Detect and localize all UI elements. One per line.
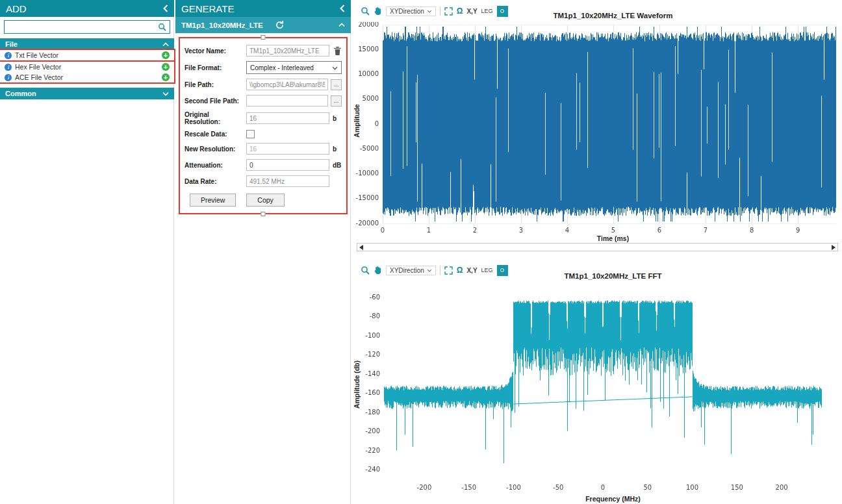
second-file-path-label: Second File Path: bbox=[185, 97, 246, 105]
file-section-label: File bbox=[5, 40, 18, 48]
add-icon[interactable]: + bbox=[162, 73, 170, 81]
common-section-header[interactable]: Common bbox=[0, 88, 174, 99]
txt-vector-highlight-box: i Txt File Vector + bbox=[0, 50, 174, 60]
data-rate-field[interactable] bbox=[246, 175, 329, 187]
generate-form-highlight-box: Vector Name: File Format: Complex - Inte… bbox=[179, 37, 348, 214]
scroll-right-icon[interactable] bbox=[832, 245, 836, 250]
original-resolution-row: Original Resolution: b bbox=[185, 111, 342, 125]
new-resolution-row: New Resolution: b bbox=[185, 143, 342, 155]
chevron-up-icon[interactable] bbox=[338, 23, 345, 27]
pan-hand-icon[interactable] bbox=[374, 266, 382, 275]
add-panel: ADD File i Txt File Vector + bbox=[0, 0, 174, 504]
copy-button[interactable]: Copy bbox=[246, 194, 285, 207]
scroll-left-icon[interactable] bbox=[359, 245, 363, 250]
new-resolution-label: New Resolution: bbox=[185, 145, 246, 153]
data-rate-row: Data Rate: bbox=[185, 175, 342, 187]
collapse-left-icon[interactable] bbox=[340, 3, 345, 14]
file-format-label: File Format: bbox=[185, 64, 246, 71]
fft-plot[interactable] bbox=[354, 283, 840, 495]
other-vectors-highlight-box: i Hex File Vector + i ACE File Vector + bbox=[0, 62, 174, 82]
original-resolution-unit: b bbox=[333, 115, 342, 122]
info-icon[interactable]: i bbox=[5, 74, 12, 81]
waveform-tool-window: ADD File i Txt File Vector + bbox=[0, 0, 842, 504]
info-icon[interactable]: i bbox=[5, 64, 12, 71]
file-section-header[interactable]: File bbox=[0, 38, 174, 50]
collapse-left-icon[interactable] bbox=[163, 3, 168, 14]
selection-handle-bottom[interactable] bbox=[261, 212, 266, 216]
search-input[interactable] bbox=[4, 20, 170, 34]
file-path-label: File Path: bbox=[185, 81, 246, 88]
delete-vector-button[interactable] bbox=[333, 46, 342, 55]
list-item-hex-file-vector[interactable]: i Hex File Vector + bbox=[0, 62, 174, 72]
vector-type-label: Hex File Vector bbox=[15, 63, 61, 71]
chevron-down-icon bbox=[162, 90, 169, 97]
new-resolution-field[interactable] bbox=[246, 143, 329, 155]
waveform-chart-title: TM1p1_10x20MHz_LTE Waveform bbox=[390, 12, 836, 19]
waveform-x-axis-label: Time (ms) bbox=[390, 234, 836, 242]
file-format-row: File Format: Complex - Interleaved bbox=[185, 61, 342, 74]
data-rate-label: Data Rate: bbox=[185, 178, 246, 185]
attenuation-row: Attenuation: dB bbox=[185, 159, 342, 171]
attenuation-label: Attenuation: bbox=[185, 162, 246, 169]
list-item-txt-file-vector[interactable]: i Txt File Vector + bbox=[0, 50, 174, 60]
add-panel-title: ADD bbox=[6, 3, 27, 14]
attenuation-unit: dB bbox=[333, 162, 342, 169]
browse-second-file-button[interactable]: ... bbox=[331, 95, 342, 107]
generate-panel-title: GENERATE bbox=[181, 3, 234, 14]
file-path-row: File Path: ... bbox=[185, 79, 342, 90]
waveform-scrollbar[interactable] bbox=[357, 243, 838, 251]
vector-type-label: ACE File Vector bbox=[15, 73, 63, 81]
common-section-label: Common bbox=[5, 90, 36, 97]
search-icon[interactable] bbox=[158, 23, 166, 32]
vector-tab-bar[interactable]: TM1p1_10x20MHz_LTE bbox=[175, 17, 351, 33]
waveform-plot[interactable] bbox=[354, 22, 840, 236]
vector-tab-label: TM1p1_10x20MHz_LTE bbox=[181, 21, 263, 29]
fft-chart-title: TM1p1_10x20MHz_LTE FFT bbox=[390, 272, 836, 280]
form-buttons: Preview Copy bbox=[185, 194, 342, 207]
search-area bbox=[0, 17, 174, 38]
zoom-icon[interactable] bbox=[361, 266, 370, 275]
new-resolution-unit: b bbox=[333, 145, 342, 153]
fft-x-axis-label: Frequency (MHz) bbox=[390, 495, 836, 503]
chevron-up-icon bbox=[162, 40, 169, 48]
generate-panel-header: GENERATE bbox=[175, 0, 351, 17]
rescale-data-row: Rescale Data: bbox=[185, 130, 342, 138]
chevron-down-icon bbox=[332, 64, 338, 71]
rescale-data-checkbox[interactable] bbox=[246, 130, 255, 138]
file-format-dropdown[interactable]: Complex - Interleaved bbox=[246, 61, 342, 74]
second-file-path-field[interactable] bbox=[246, 95, 328, 107]
refresh-icon[interactable] bbox=[275, 20, 285, 30]
original-resolution-field[interactable] bbox=[246, 112, 329, 124]
rescale-data-label: Rescale Data: bbox=[185, 131, 246, 138]
list-item-ace-file-vector[interactable]: i ACE File Vector + bbox=[0, 72, 174, 82]
vector-name-field[interactable] bbox=[246, 45, 329, 57]
charts-area: XYDirection Ω X,Y LEG TM1p1_10x20MHz_LTE… bbox=[351, 0, 842, 504]
info-icon[interactable]: i bbox=[5, 52, 12, 59]
original-resolution-label: Original Resolution: bbox=[185, 111, 246, 125]
zoom-icon[interactable] bbox=[361, 6, 370, 16]
vector-name-label: Vector Name: bbox=[185, 47, 246, 55]
preview-button[interactable]: Preview bbox=[190, 194, 236, 207]
add-icon[interactable]: + bbox=[162, 63, 170, 71]
pan-hand-icon[interactable] bbox=[374, 6, 382, 16]
file-format-value: Complex - Interleaved bbox=[250, 64, 314, 71]
generate-panel: GENERATE TM1p1_10x20MHz_LTE Vector Name: bbox=[175, 0, 351, 504]
attenuation-field[interactable] bbox=[246, 159, 329, 171]
second-file-path-row: Second File Path: ... bbox=[185, 95, 342, 107]
selection-handle-top[interactable] bbox=[261, 35, 266, 40]
vector-name-row: Vector Name: bbox=[185, 45, 342, 57]
file-path-field[interactable] bbox=[246, 79, 328, 90]
browse-file-button[interactable]: ... bbox=[331, 79, 342, 90]
add-panel-header: ADD bbox=[0, 0, 174, 17]
add-icon[interactable]: + bbox=[162, 51, 170, 59]
vector-type-label: Txt File Vector bbox=[15, 51, 58, 59]
